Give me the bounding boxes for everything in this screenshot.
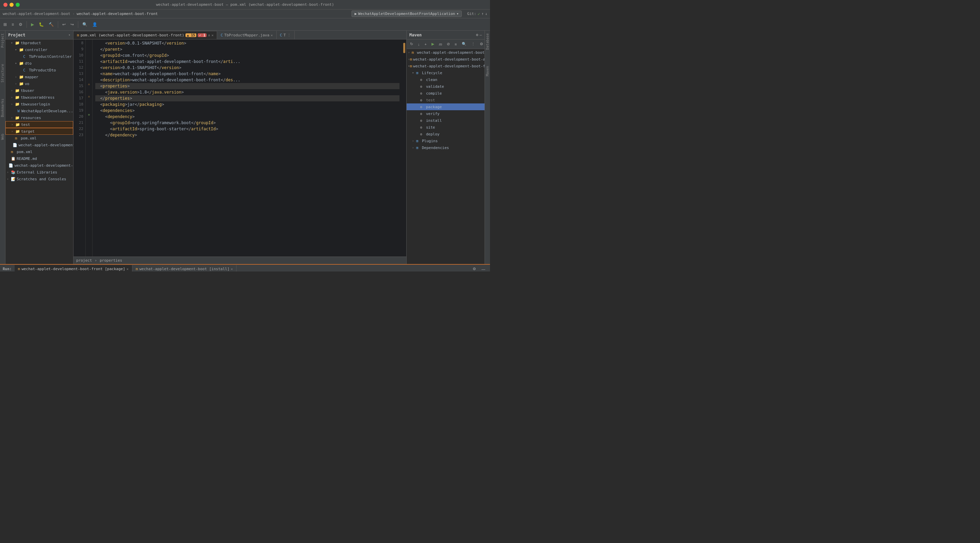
tree-item-pom-root[interactable]: m pom.xml xyxy=(5,148,73,155)
settings-btn[interactable]: ⚙ xyxy=(17,21,24,28)
structure-tab[interactable]: Structure xyxy=(1,63,5,84)
tab-tbproductmapper[interactable]: C TbProductMapper.java ✕ xyxy=(217,31,276,39)
tree-arrow: › xyxy=(15,75,19,79)
maven-refresh-btn[interactable]: ↻ xyxy=(408,40,415,48)
tree-item-tbproductdto[interactable]: C TbProductDto xyxy=(5,67,73,73)
tree-label: pom.xml xyxy=(17,150,32,154)
tree-item-tbwxuserlogin[interactable]: › 📁 tbwxuserlogin xyxy=(5,101,73,108)
maven-item-boot[interactable]: › m wechat-applet-development-boot xyxy=(407,49,485,56)
tree-item-target[interactable]: › 📁 target xyxy=(5,128,73,135)
maven-item-plugins[interactable]: › ⊞ Plugins xyxy=(407,137,485,144)
maven-item-deps[interactable]: › ⊞ Dependencies xyxy=(407,144,485,151)
minimize-button[interactable] xyxy=(10,3,14,7)
git-up-icon[interactable]: ↑ xyxy=(482,11,484,16)
run-settings-btn[interactable]: ⚙ xyxy=(471,265,478,272)
maven-add-btn[interactable]: + xyxy=(423,41,429,48)
maven-list-btn[interactable]: ≡ xyxy=(453,41,459,48)
breadcrumb-project[interactable]: project xyxy=(76,258,92,263)
breadcrumb-root[interactable]: wechat-applet-development-boot xyxy=(3,11,70,16)
tree-item-dto[interactable]: ▾ 📁 dto xyxy=(5,60,73,67)
maven-skip-btn[interactable]: ⊘ xyxy=(445,40,452,48)
tree-item-controller[interactable]: ▾ 📁 controller xyxy=(5,46,73,53)
tab-t[interactable]: C T ⋮ xyxy=(277,31,295,39)
folder-icon: 📁 xyxy=(15,116,20,120)
tree-item-scratches[interactable]: › 📝 Scratches and Consoles xyxy=(5,176,73,183)
maven-m-btn[interactable]: m xyxy=(437,41,444,48)
tree-item-wechat-main[interactable]: W WechatAppletDevelopm... xyxy=(5,108,73,114)
tree-item-test[interactable]: › 📁 test xyxy=(5,121,73,128)
tree-item-tbproductcontroller[interactable]: C TbProductController xyxy=(5,53,73,60)
maven-settings-icon[interactable]: ⚙ xyxy=(476,33,479,37)
undo-btn[interactable]: ↩ xyxy=(60,21,68,28)
debug-btn[interactable]: 🐛 xyxy=(37,21,46,28)
web-tab[interactable]: Web xyxy=(1,132,5,141)
collapse-all-btn[interactable]: ≡ xyxy=(10,21,16,28)
tree-item-mapper[interactable]: › 📁 mapper xyxy=(5,73,73,80)
database-tab[interactable]: Database xyxy=(485,32,489,51)
run-tab-boot-install[interactable]: m wechat-applet-development-boot [instal… xyxy=(132,265,237,272)
user-btn[interactable]: 👤 xyxy=(90,21,99,28)
maven-search-btn[interactable]: 🔍 xyxy=(460,40,469,48)
folder-icon: 📁 xyxy=(19,61,24,66)
tree-item-tbuser[interactable]: › 📁 tbuser xyxy=(5,87,73,94)
tab-close-btn[interactable]: ✕ xyxy=(271,33,273,37)
maven-item-site[interactable]: ⚙ site xyxy=(407,124,485,131)
run-tab-close[interactable]: ✕ xyxy=(231,267,233,271)
run-minimize-btn[interactable]: — xyxy=(479,266,487,272)
project-panel-title: Project xyxy=(8,33,66,37)
maven-item-clean[interactable]: ⚙ clean xyxy=(407,76,485,83)
close-button[interactable] xyxy=(3,3,8,7)
maven-settings2-btn[interactable]: ⚙ xyxy=(478,40,485,48)
code-content[interactable]: <version>0.0.1-SNAPSHOT</version> </pare… xyxy=(92,40,402,257)
tree-item-vo[interactable]: › 📁 vo xyxy=(5,80,73,87)
maven-run-btn[interactable]: ▶ xyxy=(430,40,436,48)
project-tab[interactable]: Project xyxy=(1,32,5,49)
maven-item-install[interactable]: ⚙ install xyxy=(407,117,485,124)
run-btn[interactable]: ▶ xyxy=(29,21,36,28)
tree-label: README.md xyxy=(17,157,37,161)
maven-item-test[interactable]: ⚙ test xyxy=(407,97,485,103)
breadcrumb-properties[interactable]: properties xyxy=(100,258,122,263)
window-title: wechat-applet-development-boot – pom.xml… xyxy=(156,2,334,7)
tree-item-readme[interactable]: 📋 README.md xyxy=(5,155,73,162)
tree-item-tbwxuseraddress[interactable]: › 📁 tbwxuseraddress xyxy=(5,94,73,101)
maven-tree-btn[interactable]: ⋮ xyxy=(469,40,477,48)
tree-label: tbwxuserlogin xyxy=(21,102,50,106)
code-line: <version>0.0.1-SNAPSHOT</version> xyxy=(95,40,399,46)
tree-item-pom-front[interactable]: m pom.xml xyxy=(5,135,73,141)
tree-item-iml-front[interactable]: 📄 wechat-applet-development-boot-front.i… xyxy=(5,141,73,148)
maven-item-verify[interactable]: ⚙ verify xyxy=(407,110,485,117)
run-tab-close[interactable]: ✕ xyxy=(127,267,129,271)
tab-arrows[interactable]: ∧ xyxy=(208,33,210,37)
maven-item-front[interactable]: ▾ m wechat-applet-development-boot-front xyxy=(407,63,485,70)
tab-more-icon[interactable]: ⋮ xyxy=(287,33,291,37)
maven-label: verify xyxy=(426,111,440,116)
tree-item-tbproduct[interactable]: ▾ 📁 tbproduct xyxy=(5,40,73,46)
maven-item-lifecycle[interactable]: ▾ ⊞ Lifecycle xyxy=(407,70,485,76)
tree-item-iml-root[interactable]: 📄 wechat-applet-development-boot.iml xyxy=(5,162,73,169)
project-structure-btn[interactable]: ⊞ xyxy=(2,21,9,28)
tree-item-ext-libs[interactable]: › 📚 External Libraries xyxy=(5,169,73,176)
breadcrumb-current[interactable]: wechat-applet-development-boot-front xyxy=(76,11,158,16)
run-tab-front-package[interactable]: m wechat-applet-development-boot-front [… xyxy=(14,265,132,272)
bookmarks-tab[interactable]: Bookmarks xyxy=(1,97,5,118)
search-btn[interactable]: 🔍 xyxy=(80,21,89,28)
tree-item-resources[interactable]: › 📁 resources xyxy=(5,114,73,121)
git-down-icon[interactable]: ↓ xyxy=(485,11,487,16)
maven-close-icon[interactable]: — xyxy=(479,33,482,37)
build-btn[interactable]: 🔨 xyxy=(47,21,56,28)
tab-close-btn[interactable]: ✕ xyxy=(211,33,213,37)
run-config-dropdown[interactable]: ▶ WechatAppletDevelopmentBootFrontApplic… xyxy=(352,11,462,17)
maven-item-after[interactable]: › m wechat-applet-development-boot-after xyxy=(407,56,485,63)
maven-item-compile[interactable]: ⚙ compile xyxy=(407,90,485,97)
tab-pom-front[interactable]: m pom.xml (wechat-applet-development-boo… xyxy=(73,31,217,39)
run-tab-label: wechat-applet-development-boot-front [pa… xyxy=(21,267,125,271)
maximize-button[interactable] xyxy=(16,3,20,7)
maven-side-tab[interactable]: Maven xyxy=(485,65,489,78)
maven-item-validate[interactable]: ⚙ validate xyxy=(407,83,485,90)
redo-btn[interactable]: ↪ xyxy=(68,21,76,28)
maven-item-package[interactable]: ⚙ package xyxy=(407,103,485,110)
maven-item-deploy[interactable]: ⚙ deploy xyxy=(407,131,485,137)
editor-scrollbar[interactable] xyxy=(402,40,406,257)
maven-download-btn[interactable]: ↓ xyxy=(416,41,422,48)
